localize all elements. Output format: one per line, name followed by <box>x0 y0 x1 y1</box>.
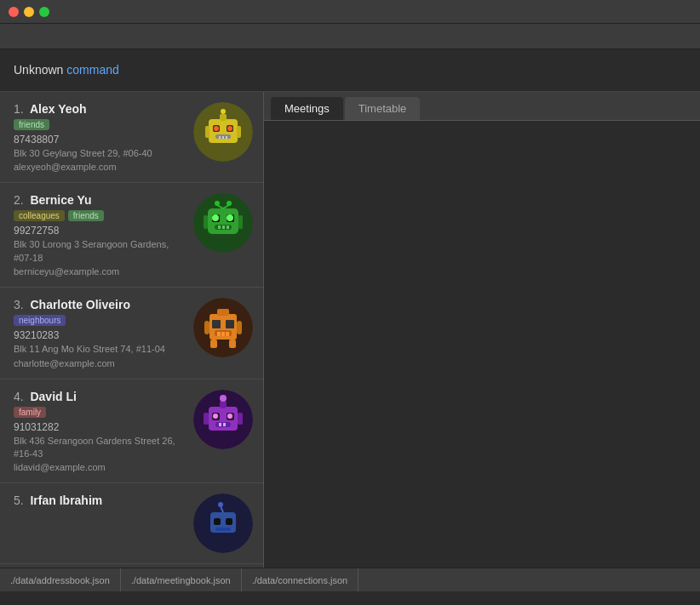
svg-rect-51 <box>223 423 226 426</box>
tab-content <box>264 121 700 568</box>
contact-tag: neighbours <box>14 315 66 326</box>
contact-item[interactable]: 2. Bernice Yu colleaguesfriends 99272758… <box>0 183 263 288</box>
right-panel: MeetingsTimetable <box>264 92 700 568</box>
svg-rect-55 <box>238 413 243 425</box>
contact-phone: 93210283 <box>14 329 185 341</box>
command-area: Unknown command <box>0 49 700 92</box>
svg-rect-37 <box>226 332 229 336</box>
menu-help[interactable] <box>32 35 43 38</box>
contact-tag: colleagues <box>14 210 65 221</box>
svg-rect-40 <box>237 321 242 334</box>
contact-item[interactable]: 5. Irfan Ibrahim <box>0 483 263 564</box>
svg-rect-42 <box>229 340 236 348</box>
svg-rect-10 <box>220 114 227 121</box>
tab-meetings[interactable]: Meetings <box>271 97 343 120</box>
contact-number: 2. <box>14 193 24 207</box>
svg-point-62 <box>218 502 223 507</box>
contact-name: 5. Irfan Ibrahim <box>14 494 185 507</box>
contact-item[interactable]: 1. Alex Yeoh friends 87438807 Blk 30 Gey… <box>0 92 263 183</box>
svg-point-47 <box>213 414 218 419</box>
statusbar-item-0: ./data/addressbook.json <box>0 568 121 591</box>
svg-point-53 <box>220 395 227 402</box>
contact-address: Blk 30 Lorong 3 Serangoon Gardens, #07-1… <box>14 238 185 265</box>
contact-avatar <box>193 390 253 449</box>
contact-name: 4. David Li <box>14 390 185 403</box>
svg-rect-9 <box>226 136 227 139</box>
svg-rect-60 <box>215 528 231 531</box>
svg-rect-21 <box>218 225 221 229</box>
svg-point-11 <box>221 109 226 114</box>
contact-email: alexyeoh@example.com <box>14 162 185 172</box>
svg-rect-33 <box>226 320 234 328</box>
contact-number: 4. <box>14 390 24 403</box>
contact-tags: family <box>14 407 185 418</box>
svg-rect-36 <box>221 332 225 336</box>
contact-avatar <box>193 494 253 553</box>
minimize-button[interactable] <box>24 7 34 17</box>
svg-rect-35 <box>217 332 221 336</box>
svg-rect-50 <box>219 423 221 426</box>
svg-rect-58 <box>214 518 221 525</box>
contact-item[interactable]: 4. David Li family 91031282 Blk 436 Sera… <box>0 380 263 484</box>
svg-rect-23 <box>227 225 229 229</box>
statusbar-item-1: ./data/meetingbook.json <box>121 568 242 591</box>
statusbar-item-2: ./data/connections.json <box>242 568 359 591</box>
command-output: Unknown command <box>14 63 686 77</box>
svg-rect-41 <box>210 340 217 348</box>
svg-rect-1 <box>209 119 238 143</box>
tab-bar: MeetingsTimetable <box>264 92 700 121</box>
contact-name: 3. Charlotte Oliveiro <box>14 298 185 311</box>
svg-point-27 <box>227 201 232 206</box>
contact-info: 5. Irfan Ibrahim <box>14 494 185 511</box>
contact-list[interactable]: 1. Alex Yeoh friends 87438807 Blk 30 Gey… <box>0 92 264 568</box>
contact-address: Blk 436 Serangoon Gardens Street 26, #16… <box>14 435 185 461</box>
contact-email: berniceyu@example.com <box>14 266 185 277</box>
svg-rect-8 <box>222 136 224 139</box>
tab-timetable[interactable]: Timetable <box>345 97 421 120</box>
contact-avatar <box>193 193 253 253</box>
contact-tag: friends <box>14 119 49 130</box>
contact-name: 2. Bernice Yu <box>14 193 185 207</box>
contact-info: 2. Bernice Yu colleaguesfriends 99272758… <box>14 193 185 277</box>
statusbar: ./data/addressbook.json./data/meetingboo… <box>0 568 700 591</box>
contact-phone: 87438807 <box>14 134 185 146</box>
titlebar <box>0 0 700 24</box>
svg-rect-28 <box>204 215 208 229</box>
contact-tag: family <box>14 407 46 418</box>
svg-rect-32 <box>212 320 221 328</box>
contact-name: 1. Alex Yeoh <box>14 102 185 116</box>
menu-file[interactable] <box>9 35 19 38</box>
contact-avatar <box>193 102 253 162</box>
contact-info: 4. David Li family 91031282 Blk 436 Sera… <box>14 390 185 473</box>
contact-phone: 99272758 <box>14 225 185 237</box>
main-content: 1. Alex Yeoh friends 87438807 Blk 30 Gey… <box>0 92 700 568</box>
close-button[interactable] <box>9 7 19 17</box>
contact-number: 3. <box>14 298 24 311</box>
contact-tags: neighbours <box>14 315 185 326</box>
contact-address: Blk 11 Ang Mo Kio Street 74, #11-04 <box>14 343 185 356</box>
output-highlight: command <box>66 63 118 77</box>
output-text: Unknown <box>14 63 66 77</box>
svg-point-5 <box>227 126 232 131</box>
svg-rect-29 <box>238 215 243 229</box>
contact-phone: 91031282 <box>14 421 185 433</box>
svg-point-26 <box>215 201 220 206</box>
svg-rect-38 <box>217 309 229 316</box>
svg-rect-22 <box>222 225 225 229</box>
menubar <box>0 24 700 49</box>
svg-rect-13 <box>237 126 241 138</box>
contact-number: 5. <box>14 494 24 507</box>
contact-address: Blk 30 Geylang Street 29, #06-40 <box>14 147 185 160</box>
contact-tags: colleaguesfriends <box>14 210 185 221</box>
svg-rect-39 <box>204 321 209 334</box>
svg-rect-54 <box>204 413 209 425</box>
contact-email: lidavid@example.com <box>14 462 185 472</box>
contact-item[interactable]: 3. Charlotte Oliveiro neighbours 9321028… <box>0 288 263 379</box>
contact-tag: friends <box>68 210 104 221</box>
window-controls <box>9 7 49 17</box>
maximize-button[interactable] <box>39 7 49 17</box>
svg-point-18 <box>212 214 219 221</box>
contact-tags: friends <box>14 119 185 130</box>
contact-number: 1. <box>14 102 24 116</box>
contact-avatar <box>193 298 253 357</box>
